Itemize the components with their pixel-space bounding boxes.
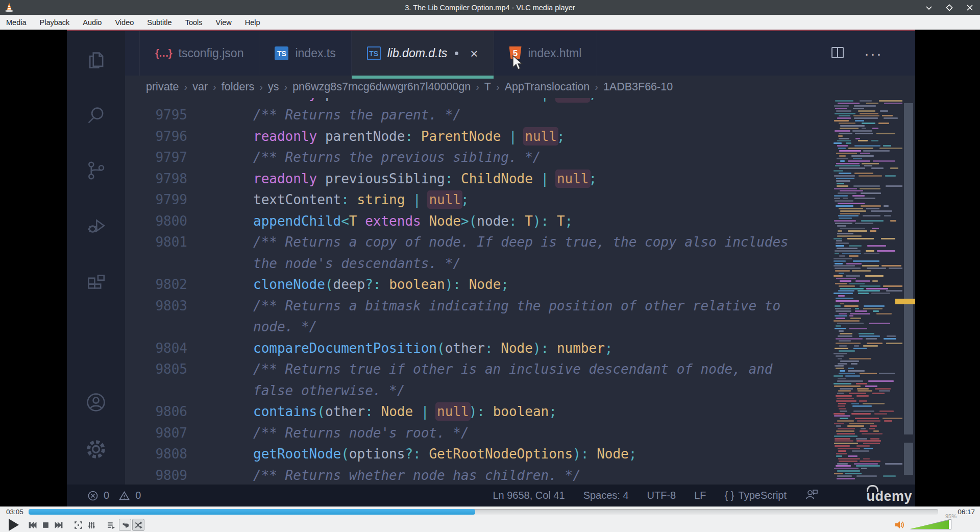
menu-item-video[interactable]: Video — [108, 15, 140, 30]
minimap-line — [836, 455, 842, 457]
minimap-line — [846, 263, 862, 264]
line-number: 9798 — [125, 168, 187, 190]
minimap-line — [870, 230, 876, 232]
code-token: null — [429, 192, 461, 207]
code-token: ?: — [365, 277, 381, 292]
minimap-line — [862, 265, 879, 267]
stop-button[interactable] — [39, 519, 52, 531]
minimap-line — [837, 398, 854, 399]
minimap-line — [839, 217, 852, 219]
code-token: extends — [365, 213, 421, 229]
tab-close-icon[interactable]: × — [470, 47, 478, 60]
minimap-line — [838, 448, 860, 449]
line-number: 9809 — [125, 465, 187, 485]
minimap-line — [836, 278, 856, 279]
code-token — [549, 213, 557, 229]
menu-item-media[interactable]: Media — [0, 15, 33, 30]
extended-settings-button[interactable] — [85, 519, 97, 531]
code-line-9804: 9804compareDocumentPosition(other: Node)… — [125, 338, 831, 359]
code-token — [485, 404, 493, 419]
minimap-line — [883, 475, 895, 477]
minimap-line — [838, 230, 842, 232]
minimap-line — [884, 205, 889, 207]
modified-dot — [455, 52, 458, 55]
menu-item-audio[interactable]: Audio — [76, 15, 108, 30]
video-display-area[interactable]: {…}tsconfig.jsonTSindex.tsTSlib.dom.d.ts… — [0, 30, 980, 506]
volume-slider[interactable] — [910, 520, 951, 529]
line-number: 9808 — [125, 444, 187, 465]
minimap-line — [860, 285, 880, 287]
fullscreen-button[interactable] — [72, 519, 84, 531]
line-number: 9801 — [125, 232, 187, 253]
code-token: ): — [533, 341, 549, 356]
minimap-line — [836, 453, 847, 454]
minimap-line — [840, 190, 863, 191]
minimap-line — [856, 383, 867, 384]
tab-tsconfig-json[interactable]: {…}tsconfig.json — [139, 31, 259, 76]
menu-item-tools[interactable]: Tools — [179, 15, 209, 30]
minimap-line — [853, 115, 879, 116]
seek-bar[interactable] — [29, 509, 938, 515]
code-token: ; — [549, 404, 557, 419]
minimap-line — [840, 410, 847, 412]
minimap-line — [849, 393, 866, 394]
play-button[interactable] — [5, 517, 20, 532]
warnings-count: 0 — [135, 490, 141, 501]
scrollbar-thumb — [904, 103, 913, 434]
errors-count: 0 — [104, 490, 109, 501]
tab-index-ts[interactable]: TSindex.ts — [259, 31, 351, 76]
minimap-line — [837, 433, 855, 434]
minimap-line — [835, 328, 846, 329]
minimap-line — [871, 140, 878, 141]
close-button[interactable] — [966, 4, 974, 12]
code-token: /** Returns the previous sibling. */ — [253, 150, 541, 165]
code-token: null — [437, 404, 469, 419]
code-token: ; — [629, 446, 637, 462]
minimap-line — [848, 160, 870, 162]
loop-button[interactable] — [119, 519, 131, 531]
minimap-line — [834, 260, 846, 262]
minimap-line — [876, 133, 895, 134]
udemy-watermark: udemy — [866, 489, 912, 504]
minimap-line — [880, 110, 888, 112]
minimap-line — [855, 133, 872, 134]
minimap-line — [854, 117, 878, 119]
elapsed-time: 03:05 — [6, 508, 23, 516]
minimap-line — [835, 268, 861, 269]
tab-index-html[interactable]: 5index.html — [494, 31, 598, 76]
code-token: ParentNode — [421, 129, 501, 144]
code-token: textContent — [253, 192, 341, 207]
minimap-line — [835, 308, 851, 309]
minimap-line — [883, 285, 902, 287]
previous-button[interactable] — [26, 519, 38, 531]
minimap-line — [857, 290, 880, 292]
minimap-line — [839, 373, 855, 374]
menu-item-help[interactable]: Help — [238, 15, 267, 30]
breadcrumb-separator: › — [213, 81, 216, 93]
minimap-line — [879, 100, 902, 102]
minimap-line — [838, 428, 855, 429]
minimap-line — [834, 473, 843, 474]
next-button[interactable] — [53, 519, 65, 531]
minimize-button[interactable] — [925, 4, 933, 12]
tab-label: tsconfig.json — [179, 46, 244, 60]
minimap-line — [870, 425, 877, 427]
maximize-button[interactable] — [945, 4, 953, 12]
code-token: | — [509, 129, 517, 144]
playlist-button[interactable] — [105, 519, 117, 531]
code-token: Node — [381, 404, 413, 419]
vscode-editor-group: {…}tsconfig.jsonTSindex.tsTSlib.dom.d.ts… — [125, 31, 915, 485]
minimap-line — [839, 273, 844, 274]
minimap-line — [835, 130, 850, 132]
menu-item-view[interactable]: View — [209, 15, 238, 30]
code-token: ( — [341, 446, 349, 462]
menu-item-playback[interactable]: Playback — [33, 15, 77, 30]
line-number: 9805 — [125, 359, 187, 380]
code-line: node. */ — [125, 317, 831, 338]
minimap-line — [848, 368, 853, 369]
code-token: >( — [461, 213, 477, 229]
minimap-line — [836, 430, 854, 432]
shuffle-button[interactable] — [132, 519, 144, 531]
menu-item-subtitle[interactable]: Subtitle — [140, 15, 178, 30]
tab-lib-dom-d-ts[interactable]: TSlib.dom.d.ts× — [352, 31, 494, 76]
